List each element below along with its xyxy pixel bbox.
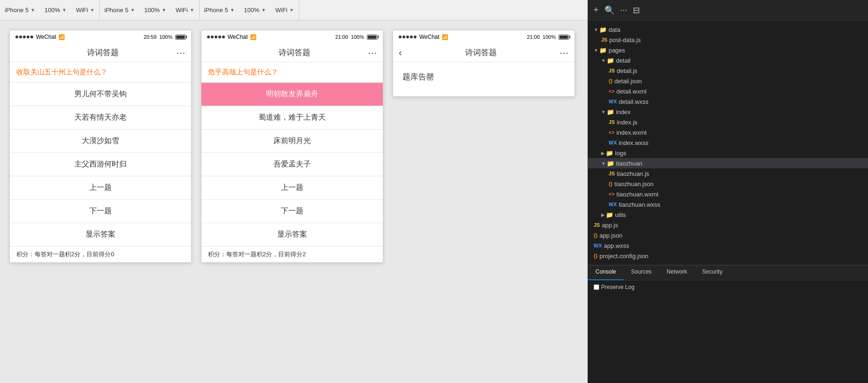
file-label-16: tiaozhuan.wxml xyxy=(617,191,659,198)
option-2-4[interactable]: 吾爱孟夫子 xyxy=(201,152,383,176)
folder-chevron-13: ▼ xyxy=(601,161,606,166)
tree-item-10[interactable]: <>index.wxml xyxy=(588,127,868,137)
tree-item-8[interactable]: ▼📁index xyxy=(588,107,868,117)
file-label-21: app.wxss xyxy=(604,242,629,249)
option-2-3[interactable]: 床前明月光 xyxy=(201,129,383,152)
bottom-tab-console[interactable]: Console xyxy=(588,266,624,280)
search-button[interactable]: 🔍 xyxy=(604,5,615,15)
file-icon-16: <> xyxy=(609,191,615,197)
network-selector-2[interactable]: WiFi ▼ xyxy=(171,0,199,20)
status-right-2: 21:00 100% xyxy=(335,34,377,40)
signal-3: 100% xyxy=(543,34,556,40)
wifi-icon-2: 📶 xyxy=(250,34,257,40)
zoom-2: 100% xyxy=(144,7,160,14)
zoom-chevron-2: ▼ xyxy=(162,7,166,13)
nav-bar-2: 诗词答题 ··· xyxy=(201,43,383,62)
option-2-2[interactable]: 蜀道难，难于上青天 xyxy=(201,106,383,129)
tree-item-1[interactable]: JSpost-data.js xyxy=(588,35,868,45)
time-1: 20:59 xyxy=(143,34,157,40)
next-button-1[interactable]: 下一题 xyxy=(10,199,191,223)
bottom-tab-network[interactable]: Network xyxy=(659,266,695,280)
network-chevron-2: ▼ xyxy=(190,7,194,13)
sidebar: + 🔍 ··· ⊟ ▼📁dataJSpost-data.js▼📁pages▼📁d… xyxy=(588,0,868,383)
tree-item-4[interactable]: JSdetail.js xyxy=(588,65,868,76)
folder-chevron-12: ▶ xyxy=(601,151,605,156)
option-2-1[interactable]: 明朝散发弄扁舟 xyxy=(201,82,383,106)
status-right-3: 21:00 100% xyxy=(527,34,569,40)
network-selector-1[interactable]: WiFi ▼ xyxy=(71,0,99,20)
tree-item-6[interactable]: <>detail.wxml xyxy=(588,86,868,96)
sidebar-toolbar: + 🔍 ··· ⊟ xyxy=(588,0,868,21)
folder-label-12: logs xyxy=(615,150,626,157)
tree-item-9[interactable]: JSindex.js xyxy=(588,117,868,127)
device-group-2: iPhone 5 ▼ 100% ▼ WiFi ▼ xyxy=(100,0,199,20)
device-selector-1[interactable]: iPhone 5 ▼ xyxy=(0,0,40,20)
option-1-4[interactable]: 主父西游何时归 xyxy=(10,152,191,176)
network-selector-3[interactable]: WiFi ▼ xyxy=(271,0,299,20)
tree-item-0[interactable]: ▼📁data xyxy=(588,24,868,35)
option-1-2[interactable]: 天若有情天亦老 xyxy=(10,106,191,129)
option-1-3[interactable]: 大漠沙如雪 xyxy=(10,129,191,152)
device-selector-3[interactable]: iPhone 5 ▼ xyxy=(200,0,239,20)
bottom-tab-sources[interactable]: Sources xyxy=(624,266,659,280)
file-icon-17: WX xyxy=(609,202,617,207)
prev-button-2[interactable]: 上一题 xyxy=(201,176,383,199)
prev-button-1[interactable]: 上一题 xyxy=(10,176,191,199)
preserve-log-checkbox[interactable] xyxy=(594,284,599,290)
phone-content-1: 收取关山五十州上句是什么？ 男儿何不带吴钩 天若有情天亦老 大漠沙如雪 主父西游… xyxy=(10,62,191,262)
tree-item-2[interactable]: ▼📁pages xyxy=(588,45,868,55)
tree-item-12[interactable]: ▶📁logs xyxy=(588,148,868,158)
tree-item-21[interactable]: WXapp.wxss xyxy=(588,240,868,251)
folder-label-2: pages xyxy=(609,47,625,54)
zoom-selector-1[interactable]: 100% ▼ xyxy=(40,0,71,20)
folder-chevron-2: ▼ xyxy=(594,48,598,53)
sidebar-actions: + 🔍 ··· ⊟ xyxy=(594,5,640,15)
device-name-2: iPhone 5 xyxy=(104,7,128,14)
folder-icon-18: 📁 xyxy=(606,211,613,218)
device-name-1: iPhone 5 xyxy=(5,7,29,14)
tree-item-5[interactable]: {}detail.json xyxy=(588,76,868,86)
zoom-selector-2[interactable]: 100% ▼ xyxy=(140,0,171,20)
toolbar: iPhone 5 ▼ 100% ▼ WiFi ▼ iPhone 5 ▼ 100%… xyxy=(0,0,588,21)
nav-bar-3: ‹ 诗词答题 ··· xyxy=(393,43,574,62)
file-label-1: post-data.js xyxy=(609,36,640,43)
tree-item-7[interactable]: WXdetail.wxss xyxy=(588,96,868,107)
show-answer-2[interactable]: 显示答案 xyxy=(201,223,383,246)
tree-item-14[interactable]: JStiaozhuan.js xyxy=(588,168,868,179)
more-button[interactable]: ··· xyxy=(620,5,627,15)
file-icon-1: JS xyxy=(601,37,607,43)
phone-content-2: 危乎高哉上句是什么？ 明朝散发弄扁舟 蜀道难，难于上青天 床前明月光 吾爱孟夫子… xyxy=(201,62,383,262)
folder-icon-3: 📁 xyxy=(607,57,614,64)
bottom-tab-security[interactable]: Security xyxy=(695,266,730,280)
tree-item-16[interactable]: <>tiaozhuan.wxml xyxy=(588,189,868,199)
folder-chevron-0: ▼ xyxy=(594,27,598,32)
tree-item-17[interactable]: WXtiaozhuan.wxss xyxy=(588,199,868,210)
tree-item-3[interactable]: ▼📁detail xyxy=(588,55,868,65)
tree-item-11[interactable]: WXindex.wxss xyxy=(588,137,868,148)
tree-item-19[interactable]: JSapp.js xyxy=(588,220,868,230)
tree-item-18[interactable]: ▶📁utils xyxy=(588,210,868,220)
phone3-content: 题库告罄 xyxy=(393,62,574,96)
device-selector-2[interactable]: iPhone 5 ▼ xyxy=(100,0,139,20)
tree-item-22[interactable]: {}project.config.json xyxy=(588,251,868,261)
back-button-3[interactable]: ‹ xyxy=(399,47,402,58)
next-button-2[interactable]: 下一题 xyxy=(201,199,383,223)
status-bar-2: WeChat 📶 21:00 100% xyxy=(201,30,383,43)
tree-item-20[interactable]: {}app.json xyxy=(588,230,868,240)
folder-chevron-8: ▼ xyxy=(601,109,606,115)
tree-item-15[interactable]: {}tiaozhuan.json xyxy=(588,179,868,189)
battery-1 xyxy=(175,35,186,40)
file-icon-6: <> xyxy=(609,88,615,94)
battery-fill-3 xyxy=(560,36,568,39)
show-answer-1[interactable]: 显示答案 xyxy=(10,223,191,246)
file-icon-21: WX xyxy=(594,243,602,248)
zoom-selector-3[interactable]: 100% ▼ xyxy=(239,0,271,20)
add-button[interactable]: + xyxy=(594,5,599,15)
collapse-button[interactable]: ⊟ xyxy=(633,5,640,15)
simulators-container: WeChat 📶 20:59 100% 诗词答题 ··· 收取关山五十州上句是什… xyxy=(0,21,588,383)
dot-2-5 xyxy=(222,36,225,38)
option-1-1[interactable]: 男儿何不带吴钩 xyxy=(10,82,191,106)
folder-icon-13: 📁 xyxy=(607,160,614,167)
tree-item-13[interactable]: ▼📁tiaozhuan xyxy=(588,158,868,168)
status-right-1: 20:59 100% xyxy=(143,34,186,40)
